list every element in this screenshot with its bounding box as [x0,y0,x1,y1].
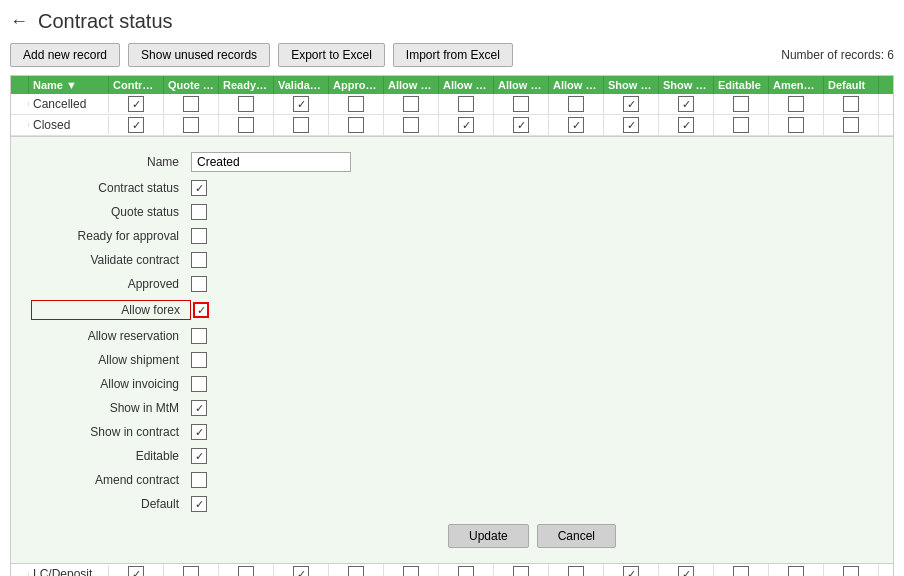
default-checkbox[interactable] [191,496,207,512]
show-in-mtm-checkbox[interactable] [191,400,207,416]
checkbox[interactable] [348,117,364,133]
checkbox[interactable] [788,96,804,112]
amend-contract-checkbox[interactable] [191,472,207,488]
editable-control [191,448,207,464]
quote-status-control [191,204,207,220]
cancel-button[interactable]: Cancel [537,524,616,548]
cell-lc-sc [659,564,714,576]
checkbox[interactable] [733,566,749,576]
validate-contract-control [191,252,207,268]
checkbox[interactable] [678,566,694,576]
action-buttons: Update Cancel [31,524,873,548]
checkbox[interactable] [348,566,364,576]
contract-status-label: Contract status [31,181,191,195]
checkbox[interactable] [183,566,199,576]
checkbox[interactable] [403,96,419,112]
table-row[interactable]: Cancelled [11,94,893,115]
editable-checkbox[interactable] [191,448,207,464]
checkbox[interactable] [128,96,144,112]
name-input[interactable] [191,152,351,172]
checkbox[interactable] [403,566,419,576]
checkbox[interactable] [568,117,584,133]
add-new-record-button[interactable]: Add new record [10,43,120,67]
table-row[interactable]: LC/Deposit [11,564,893,576]
checkbox[interactable] [513,96,529,112]
checkbox[interactable] [128,117,144,133]
checkbox[interactable] [678,117,694,133]
allow-forex-checkbox[interactable] [193,302,209,318]
export-to-excel-button[interactable]: Export to Excel [278,43,385,67]
default-row: Default [31,496,873,512]
show-unused-records-button[interactable]: Show unused records [128,43,270,67]
cell-lc-rfa [219,564,274,576]
checkbox[interactable] [513,117,529,133]
approved-checkbox[interactable] [191,276,207,292]
checkbox[interactable] [843,96,859,112]
cell-closed-vc [274,115,329,135]
col-header-rfa: Ready for a [219,76,274,94]
checkbox[interactable] [843,117,859,133]
cell-cancelled-ar [439,94,494,114]
amend-contract-control [191,472,207,488]
checkbox[interactable] [238,117,254,133]
detail-form: Name Contract status Quote status Ready … [10,137,894,564]
checkbox[interactable] [403,117,419,133]
checkbox[interactable] [238,96,254,112]
import-from-excel-button[interactable]: Import from Excel [393,43,513,67]
cell-lc-sm [604,564,659,576]
allow-invoicing-checkbox[interactable] [191,376,207,392]
show-in-contract-checkbox[interactable] [191,424,207,440]
cell-lc-ac [769,564,824,576]
checkbox[interactable] [623,117,639,133]
cell-cancelled-ap [329,94,384,114]
checkbox[interactable] [293,566,309,576]
checkbox[interactable] [458,117,474,133]
cell-closed-sc [659,115,714,135]
ready-for-approval-checkbox[interactable] [191,228,207,244]
checkbox[interactable] [788,566,804,576]
amend-contract-row: Amend contract [31,472,873,488]
col-header-df: Default [824,76,879,94]
checkbox[interactable] [513,566,529,576]
checkbox[interactable] [128,566,144,576]
validate-contract-checkbox[interactable] [191,252,207,268]
checkbox[interactable] [293,96,309,112]
checkbox[interactable] [348,96,364,112]
checkbox[interactable] [623,96,639,112]
cell-closed-ai [549,115,604,135]
back-button[interactable]: ← [10,11,28,32]
cell-lc-qs [164,564,219,576]
allow-shipment-checkbox[interactable] [191,352,207,368]
checkbox[interactable] [458,96,474,112]
allow-reservation-checkbox[interactable] [191,328,207,344]
row-selector[interactable] [11,102,29,106]
cell-lc-ap [329,564,384,576]
cell-lc-ar [439,564,494,576]
checkbox[interactable] [678,96,694,112]
update-button[interactable]: Update [448,524,529,548]
checkbox[interactable] [293,117,309,133]
checkbox[interactable] [238,566,254,576]
checkbox[interactable] [733,117,749,133]
checkbox[interactable] [183,117,199,133]
cell-cancelled-vc [274,94,329,114]
checkbox[interactable] [183,96,199,112]
row-selector[interactable] [11,123,29,127]
checkbox[interactable] [623,566,639,576]
allow-forex-label: Allow forex [31,300,191,320]
quote-status-checkbox[interactable] [191,204,207,220]
checkbox[interactable] [788,117,804,133]
checkbox[interactable] [458,566,474,576]
cell-cancelled-sc [659,94,714,114]
contract-status-checkbox[interactable] [191,180,207,196]
cell-closed-ac [769,115,824,135]
ready-for-approval-control [191,228,207,244]
checkbox[interactable] [568,566,584,576]
row-selector[interactable] [11,572,29,576]
page: ← Contract status Add new record Show un… [0,0,904,576]
checkbox[interactable] [733,96,749,112]
table-row[interactable]: Closed [11,115,893,136]
checkbox[interactable] [568,96,584,112]
checkbox[interactable] [843,566,859,576]
cell-closed-ash [494,115,549,135]
